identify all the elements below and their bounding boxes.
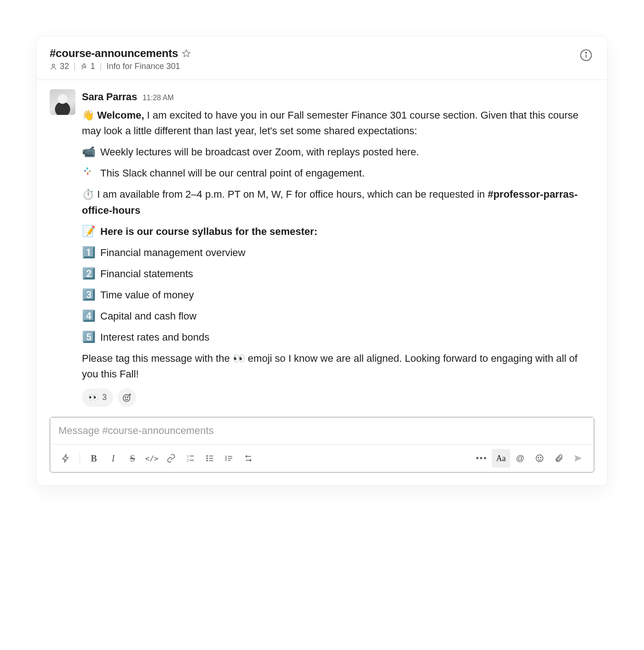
message: Sara Parras 11:28 AM 👋 Welcome, I am exc…	[37, 80, 607, 417]
syllabus-item-2: 2️⃣ Financial statements	[82, 266, 594, 282]
keycap-1-emoji: 1️⃣	[82, 245, 96, 259]
blockquote-button[interactable]	[220, 449, 238, 468]
keycap-3-emoji: 3️⃣	[82, 287, 96, 302]
svg-point-11	[89, 171, 90, 172]
reaction-eyes[interactable]: 👀 3	[82, 388, 113, 407]
channel-card: #course-announcements 32 | 1 | Info for …	[37, 37, 607, 485]
mention-button[interactable]: @	[511, 449, 529, 468]
syllabus-text: Financial statements	[100, 266, 193, 282]
eyes-emoji: 👀	[233, 353, 245, 364]
meta-separator: |	[100, 62, 102, 71]
office-text: I am available from 2–4 p.m. PT on M, W,…	[97, 188, 488, 200]
syllabus-item-3: 3️⃣ Time value of money	[82, 287, 594, 303]
reaction-count: 3	[102, 391, 107, 404]
link-button[interactable]	[162, 449, 180, 468]
wave-emoji: 👋	[82, 109, 94, 121]
pin-count[interactable]: 1	[80, 62, 95, 71]
syllabus-heading-line: 📝 Here is our course syllabus for the se…	[82, 224, 594, 239]
svg-point-36	[538, 457, 539, 458]
message-input[interactable]	[50, 417, 594, 444]
shortcuts-icon[interactable]	[57, 449, 75, 468]
more-button[interactable]: •••	[472, 449, 491, 468]
italic-button[interactable]: I	[104, 449, 122, 468]
camera-emoji: 📹	[82, 144, 96, 159]
keycap-4-emoji: 4️⃣	[82, 308, 96, 323]
member-count-value: 32	[60, 62, 69, 71]
channel-title-row: #course-announcements	[50, 47, 191, 60]
svg-point-23	[207, 456, 207, 456]
bullet-text: This Slack channel will be our central p…	[100, 165, 365, 181]
syllabus-item-1: 1️⃣ Financial management overview	[82, 245, 594, 261]
attach-button[interactable]	[550, 449, 568, 468]
reaction-emoji: 👀	[88, 391, 98, 404]
pin-count-value: 1	[91, 62, 95, 71]
svg-point-1	[52, 64, 54, 66]
closing-before: Please tag this message with the	[82, 353, 233, 364]
syllabus-text: Capital and cash flow	[100, 308, 196, 324]
message-header: Sara Parras 11:28 AM	[82, 89, 594, 105]
add-reaction-icon	[122, 393, 132, 403]
channel-topic[interactable]: Info for Finance 301	[106, 62, 180, 71]
strikethrough-button[interactable]: S	[123, 449, 142, 468]
reactions-bar: 👀 3	[82, 388, 594, 407]
svg-point-14	[123, 395, 130, 402]
svg-marker-0	[183, 50, 190, 57]
ordered-list-button[interactable]: 12	[181, 449, 200, 468]
header-meta: 32 | 1 | Info for Finance 301	[50, 62, 191, 71]
closing-paragraph: Please tag this message with the 👀 emoji…	[82, 351, 594, 382]
format-toggle-button[interactable]: Aa	[492, 449, 510, 468]
svg-point-37	[540, 457, 541, 458]
composer-toolbar: B I S </> 12	[50, 444, 594, 472]
bullet-text: Weekly lectures will be broadcast over Z…	[100, 144, 419, 160]
syllabus-text: Interest rates and bonds	[100, 330, 209, 345]
intro-bold: Welcome,	[97, 109, 144, 121]
member-count[interactable]: 32	[50, 62, 69, 71]
star-icon[interactable]	[182, 49, 191, 58]
bold-button[interactable]: B	[85, 449, 103, 468]
syllabus-text: Time value of money	[100, 287, 194, 303]
syllabus-item-5: 5️⃣ Interest rates and bonds	[82, 330, 594, 345]
toolbar-left: B I S </> 12	[57, 449, 258, 468]
office-hours-line: ⏱️ I am available from 2–4 p.m. PT on M,…	[82, 187, 594, 218]
code-button[interactable]: </>	[143, 449, 161, 468]
person-icon	[50, 63, 57, 70]
add-reaction-button[interactable]	[118, 388, 136, 407]
channel-name[interactable]: #course-announcements	[50, 47, 178, 60]
svg-text:2: 2	[187, 459, 189, 462]
header-left: #course-announcements 32 | 1 | Info for …	[50, 47, 191, 71]
syllabus-heading: Here is our course syllabus for the seme…	[100, 224, 317, 239]
keycap-2-emoji: 2️⃣	[82, 266, 96, 280]
svg-point-35	[536, 455, 543, 462]
svg-line-2	[81, 68, 83, 69]
svg-text:1: 1	[187, 455, 189, 458]
bullet-lectures: 📹 Weekly lectures will be broadcast over…	[82, 144, 594, 160]
intro-paragraph: 👋 Welcome, I am excited to have you in o…	[82, 108, 594, 139]
bullet-list-button[interactable]	[201, 449, 219, 468]
syllabus-text: Financial management overview	[100, 245, 246, 261]
svg-point-12	[87, 173, 88, 174]
memo-emoji: 📝	[82, 224, 96, 238]
timestamp[interactable]: 11:28 AM	[143, 92, 174, 104]
svg-point-25	[207, 460, 207, 461]
pin-icon	[80, 63, 88, 70]
emoji-button[interactable]	[530, 449, 549, 468]
code-block-button[interactable]	[239, 449, 258, 468]
info-icon[interactable]	[578, 47, 594, 63]
author-name[interactable]: Sara Parras	[82, 89, 137, 105]
svg-point-15	[125, 397, 126, 398]
message-body: Sara Parras 11:28 AM 👋 Welcome, I am exc…	[82, 89, 594, 407]
svg-point-13	[85, 171, 86, 172]
avatar[interactable]	[50, 89, 75, 115]
syllabus-item-4: 4️⃣ Capital and cash flow	[82, 308, 594, 324]
svg-point-10	[87, 168, 88, 170]
send-button[interactable]	[569, 449, 587, 468]
toolbar-separator	[80, 453, 80, 464]
channel-header: #course-announcements 32 | 1 | Info for …	[37, 37, 607, 80]
meta-separator: |	[74, 62, 76, 71]
keycap-5-emoji: 5️⃣	[82, 330, 96, 344]
svg-point-5	[586, 52, 586, 53]
svg-point-16	[127, 397, 128, 398]
toolbar-right: ••• Aa @	[472, 449, 587, 468]
bullet-slack: This Slack channel will be our central p…	[82, 165, 594, 181]
slack-icon	[82, 165, 96, 177]
